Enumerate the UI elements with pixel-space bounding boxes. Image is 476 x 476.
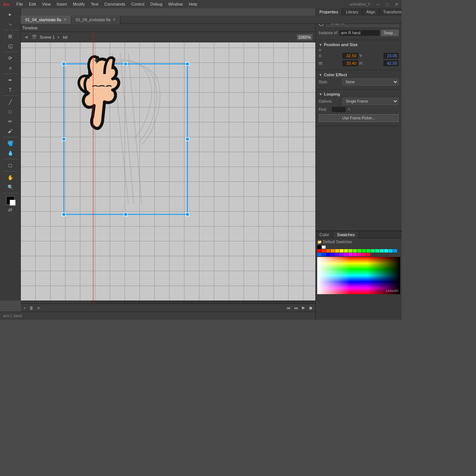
use-frame-picker-btn[interactable]: Use Frame Picker... bbox=[319, 114, 399, 122]
tool-hand[interactable]: ✋ bbox=[6, 173, 15, 182]
swatch-21[interactable] bbox=[357, 253, 361, 256]
play-next-btn[interactable]: ⏭ bbox=[293, 306, 299, 310]
x-value[interactable]: 32.50 bbox=[342, 53, 358, 59]
swatches-title: Default Swatches bbox=[323, 240, 352, 244]
layer-options-btn[interactable]: ≡ bbox=[36, 306, 41, 310]
menu-debug[interactable]: Debug bbox=[150, 2, 162, 6]
swatch-yellow[interactable] bbox=[340, 249, 344, 253]
tool-eyedropper[interactable]: 💧 bbox=[6, 148, 15, 157]
tab-color[interactable]: Color bbox=[316, 231, 333, 238]
tool-3d-rotate[interactable]: ⟳ bbox=[6, 54, 15, 62]
swatch-red[interactable] bbox=[317, 249, 321, 253]
tool-pen[interactable]: ✒ bbox=[6, 75, 15, 84]
add-layer-btn[interactable]: + bbox=[22, 306, 27, 310]
tool-free-transform[interactable]: ⊞ bbox=[6, 32, 15, 41]
playhead bbox=[93, 32, 93, 303]
tool-text[interactable]: T bbox=[6, 85, 15, 94]
swatch-green[interactable] bbox=[362, 249, 366, 253]
fill-color[interactable] bbox=[10, 200, 16, 206]
swatch-7[interactable] bbox=[357, 249, 361, 253]
tab-swatches[interactable]: Swatches bbox=[333, 231, 359, 238]
swatch-8[interactable] bbox=[366, 249, 370, 253]
props-tabs: Properties Library Align Transform bbox=[316, 8, 402, 16]
swatch-6[interactable] bbox=[353, 249, 357, 253]
tab-endstate[interactable]: 01_04_endstate.fla ✕ bbox=[71, 16, 121, 24]
swatch-2[interactable] bbox=[331, 249, 335, 253]
menu-control[interactable]: Control bbox=[131, 2, 144, 6]
tool-swap-colors[interactable]: ⇄ bbox=[6, 205, 15, 214]
swap-button[interactable]: Swap... bbox=[381, 30, 399, 36]
y-value[interactable]: 23.05 bbox=[383, 53, 399, 59]
minimize-btn[interactable]: ─ bbox=[376, 1, 380, 7]
tool-gradient[interactable]: ◱ bbox=[6, 41, 15, 50]
x-label: X: bbox=[319, 54, 341, 58]
tool-rect[interactable]: □ bbox=[6, 107, 15, 116]
swatch-5[interactable] bbox=[348, 249, 353, 253]
options-dropdown[interactable]: Single Frame bbox=[342, 98, 399, 105]
menu-modify[interactable]: Modify bbox=[73, 2, 85, 6]
stroke-color[interactable] bbox=[6, 196, 15, 205]
swatch-13[interactable] bbox=[393, 249, 397, 253]
swatch-16[interactable] bbox=[331, 253, 335, 256]
style-dropdown[interactable]: None bbox=[342, 78, 399, 86]
tab-library[interactable]: Library bbox=[342, 8, 363, 16]
tool-separator-8 bbox=[3, 193, 18, 193]
swatch-9[interactable] bbox=[371, 249, 375, 253]
menu-view[interactable]: View bbox=[42, 2, 51, 6]
play-btn[interactable]: ▶ bbox=[301, 305, 306, 310]
close-btn[interactable]: ✕ bbox=[395, 1, 399, 7]
swatch-3[interactable] bbox=[335, 249, 339, 253]
swatch-magenta[interactable] bbox=[348, 253, 353, 256]
menu-edit[interactable]: Edit bbox=[29, 2, 36, 6]
tool-zoom[interactable]: 🔍 bbox=[6, 183, 15, 192]
swatch-12[interactable] bbox=[389, 249, 393, 253]
status-bar: arm L hand bbox=[0, 312, 315, 320]
swatch-17[interactable] bbox=[335, 253, 339, 256]
h-value[interactable]: 42.55 bbox=[383, 60, 399, 66]
swatch-11[interactable] bbox=[380, 249, 384, 253]
swatch-10[interactable] bbox=[375, 249, 379, 253]
tool-line[interactable]: ╱ bbox=[6, 97, 15, 106]
canvas-area[interactable] bbox=[21, 42, 315, 300]
menu-window[interactable]: Window bbox=[168, 2, 183, 6]
play-prev-btn[interactable]: ⏮ bbox=[285, 306, 292, 310]
menu-commands[interactable]: Commands bbox=[104, 2, 125, 6]
tab-startstate-close[interactable]: ✕ bbox=[64, 17, 67, 22]
tab-startstate[interactable]: 01_04_startstate.fla ✕ bbox=[21, 16, 71, 24]
swatch-0[interactable] bbox=[322, 249, 326, 253]
menu-file[interactable]: File bbox=[16, 2, 23, 6]
swatch-4[interactable] bbox=[344, 249, 348, 253]
w-value[interactable]: 33.40 bbox=[342, 60, 358, 66]
color-spectrum[interactable]: LinkedIn bbox=[317, 257, 400, 294]
menu-help[interactable]: Help bbox=[189, 2, 197, 6]
back-btn[interactable]: ◄ bbox=[24, 34, 29, 40]
tab-properties[interactable]: Properties bbox=[316, 8, 342, 16]
first-input[interactable] bbox=[331, 106, 346, 113]
tab-transform[interactable]: Transform bbox=[379, 8, 402, 16]
menu-insert[interactable]: Insert bbox=[57, 2, 67, 6]
tab-endstate-close[interactable]: ✕ bbox=[113, 17, 116, 22]
looping-header: ▼ Looping bbox=[319, 92, 399, 96]
swatch-19[interactable] bbox=[344, 253, 348, 256]
swatch-cyan[interactable] bbox=[384, 249, 388, 253]
swatch-black[interactable] bbox=[317, 245, 321, 249]
tool-brush[interactable]: 🖌 bbox=[6, 126, 15, 135]
stop-btn[interactable]: ⏹ bbox=[308, 306, 314, 310]
maximize-btn[interactable]: □ bbox=[386, 1, 389, 7]
tool-paint-bucket[interactable]: 🪣 bbox=[6, 139, 15, 148]
tab-align[interactable]: Align bbox=[363, 8, 379, 16]
swatch-18[interactable] bbox=[340, 253, 344, 256]
menu-text[interactable]: Text bbox=[91, 2, 98, 6]
swatch-22[interactable] bbox=[362, 253, 366, 256]
delete-layer-btn[interactable]: 🗑 bbox=[28, 306, 35, 310]
swatch-14[interactable] bbox=[317, 253, 321, 256]
tool-pencil[interactable]: ✏ bbox=[6, 117, 15, 126]
swatch-15[interactable] bbox=[322, 253, 326, 256]
swatch-white[interactable] bbox=[322, 245, 326, 249]
tool-lasso[interactable]: ⌾ bbox=[6, 63, 15, 72]
swatch-blue[interactable] bbox=[326, 253, 330, 256]
swatch-20[interactable] bbox=[353, 253, 357, 256]
swatch-23[interactable] bbox=[366, 253, 370, 256]
tool-eraser[interactable]: ◻ bbox=[6, 161, 15, 170]
swatch-1[interactable] bbox=[326, 249, 330, 253]
